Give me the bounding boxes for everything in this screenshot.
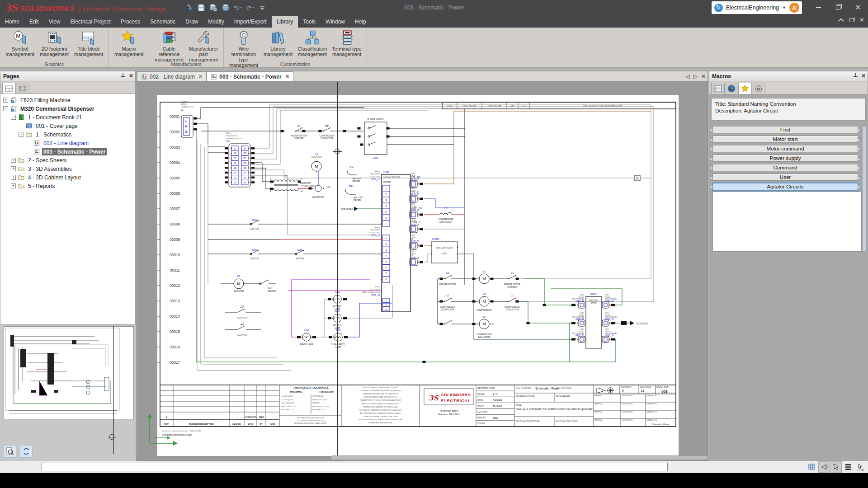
tree-item-001-cover-page[interactable]: 001 - Cover page: [0, 122, 135, 130]
tree-item-1-document-book-1[interactable]: -1 - Document Book #1: [0, 113, 135, 122]
2d-footprint-management-button[interactable]: 2D footprintmanagement: [37, 29, 71, 57]
menu-schematic[interactable]: Schematic: [145, 16, 180, 28]
expand-icon[interactable]: +: [3, 98, 8, 103]
redo-icon[interactable]: [245, 3, 255, 12]
macro-button-user[interactable]: User: [712, 174, 858, 181]
command-input[interactable]: [42, 463, 668, 471]
window-document-title: 003 - Schematic - Power: [404, 5, 463, 11]
preview-button[interactable]: [4, 445, 16, 458]
tab-scroll-right-icon[interactable]: ▷: [693, 73, 698, 80]
svg-text:SURFACE TREATMENT: SURFACE TREATMENT: [556, 420, 579, 422]
tree-item-4-2d-cabinet-layout[interactable]: +4 - 2D Cabinet Layout: [0, 173, 135, 182]
menu-draw[interactable]: Draw: [180, 16, 203, 28]
collapse-icon[interactable]: -: [3, 106, 8, 111]
pin-icon[interactable]: [121, 73, 126, 79]
projection-tool[interactable]: [818, 461, 830, 473]
tree-item-f623-filling-machine[interactable]: +F623 Filling Machine: [0, 96, 135, 104]
measure-line-tool[interactable]: [855, 461, 866, 473]
macros-scrollbar[interactable]: [862, 126, 867, 252]
macro-empty-list[interactable]: [712, 192, 862, 252]
macros-tab-motor[interactable]: M: [752, 83, 765, 94]
expand-icon[interactable]: +: [11, 183, 16, 188]
macro-button-command[interactable]: Command: [712, 164, 858, 171]
save-icon[interactable]: [197, 3, 206, 12]
tree-item-3-3d-assemblies[interactable]: +3 - 3D Assemblies: [0, 164, 135, 173]
svg-text:1: 1: [386, 187, 387, 190]
document-tab-002-line-diagram[interactable]: 002 - Line diagram✕: [137, 71, 207, 81]
avatar[interactable]: JE: [789, 3, 799, 13]
svg-text:TERMINAL BLOCK: TERMINAL BLOCK: [226, 137, 243, 140]
menubar: HomeEditViewElectrical ProjectProcessSch…: [0, 15, 868, 28]
svg-text:REVISION:: REVISION:: [621, 386, 632, 388]
snap-cursor-tool[interactable]: [830, 461, 842, 473]
menu-edit[interactable]: Edit: [24, 16, 44, 28]
macros-tab-properties[interactable]: [711, 83, 725, 94]
tree-item-1-schematics[interactable]: -1 - Schematics: [0, 130, 135, 139]
close-document-icon[interactable]: ✕: [701, 73, 706, 80]
save-all-icon[interactable]: [209, 3, 218, 12]
canvas-horizontal-scrollbar[interactable]: [330, 455, 708, 460]
tree-item-2-spec-sheets[interactable]: +2 - Spec Sheets: [0, 156, 135, 164]
macros-tab-favorites[interactable]: [738, 83, 752, 94]
library-management-button[interactable]: Librarymanagement: [261, 29, 295, 57]
close-tab-icon[interactable]: ✕: [285, 74, 289, 80]
grid-tool[interactable]: [806, 461, 817, 473]
symbol-management-button[interactable]: MSymbolmanagement: [3, 29, 37, 57]
no-expander: [26, 149, 31, 154]
title-block-management-button[interactable]: Title blockmanagement: [71, 29, 106, 57]
tree-item-002-line-diagram[interactable]: 002 - Line diagram: [0, 139, 135, 147]
drawing-canvas[interactable]: 0030100302003030030400305003060030700308…: [137, 81, 708, 461]
expand-icon[interactable]: +: [11, 166, 16, 171]
close-button[interactable]: ✕: [848, 0, 868, 15]
workspace-switcher[interactable]: ElectricalEngineering ▼ JE: [712, 1, 802, 14]
close-panel-icon[interactable]: ✕: [861, 73, 866, 79]
pin-icon[interactable]: [853, 73, 859, 79]
macro-button-motor-command[interactable]: Motor command: [712, 145, 858, 152]
restore-button[interactable]: [828, 0, 848, 15]
macro-button-power-supply[interactable]: Power supply: [712, 155, 858, 162]
menu-import-export[interactable]: Import/Export: [229, 16, 272, 28]
mdi-restore-icon[interactable]: [849, 18, 854, 22]
tree-item-m320-commercial-dispenser[interactable]: -M320 Commercial Dispenser: [0, 104, 135, 113]
refresh-button[interactable]: [20, 445, 33, 458]
minimize-button[interactable]: [808, 0, 828, 15]
menu-view[interactable]: View: [44, 16, 66, 28]
undo-icon[interactable]: [233, 3, 242, 12]
macro-button-motor-start[interactable]: Motor start: [712, 136, 858, 143]
customize-icon[interactable]: [258, 3, 267, 12]
menu-home[interactable]: Home: [0, 16, 24, 28]
macro-management-button[interactable]: Macromanagement: [112, 29, 146, 57]
menu-tools[interactable]: Tools: [298, 16, 321, 28]
tree-item-label: 1 - Schematics: [34, 131, 73, 138]
mdi-close-icon[interactable]: ✕: [859, 18, 864, 22]
pages-tab-book-view[interactable]: [2, 83, 16, 94]
layers-tool[interactable]: [843, 461, 854, 473]
tree-item-5-reports[interactable]: +5 - Reports: [0, 182, 135, 190]
menu-window[interactable]: Window: [321, 16, 350, 28]
sheet-thumbnail[interactable]: [4, 326, 134, 419]
macro-button-agitator-circuits[interactable]: Agitator Circuits: [712, 183, 858, 190]
macro-button-find[interactable]: Find: [712, 126, 858, 133]
menu-library[interactable]: Library: [272, 16, 298, 28]
collapse-icon[interactable]: -: [19, 132, 24, 137]
menu-process[interactable]: Process: [116, 16, 145, 28]
macros-tab-project-macros[interactable]: W: [725, 83, 738, 94]
classification-management-button[interactable]: Classificationmanagement: [295, 29, 330, 57]
terminal-type-management-button[interactable]: Terminal typemanagement: [330, 29, 364, 57]
document-tab-003-schematic-power[interactable]: 003 - Schematic - Power✕: [207, 71, 293, 81]
menu-help[interactable]: Help: [350, 16, 371, 28]
menu-modify[interactable]: Modify: [203, 16, 229, 28]
print-icon[interactable]: [221, 3, 230, 12]
expand-icon[interactable]: +: [11, 158, 16, 163]
pages-tab-frame-view[interactable]: [16, 83, 29, 94]
cable-reference-management-button[interactable]: Cable referencemanagement: [152, 29, 186, 62]
import-icon[interactable]: [184, 3, 193, 12]
close-panel-icon[interactable]: ✕: [129, 73, 133, 79]
close-tab-icon[interactable]: ✕: [198, 74, 203, 80]
manufacturer-part-management-button[interactable]: Manufacturerpart management: [186, 29, 221, 62]
expand-icon[interactable]: +: [11, 175, 16, 180]
tab-scroll-left-icon[interactable]: ◁: [685, 73, 689, 80]
menu-electrical-project[interactable]: Electrical Project: [66, 16, 116, 28]
collapse-icon[interactable]: -: [11, 115, 16, 120]
tree-item-003-schematic-power[interactable]: 003 - Schematic - Power: [0, 147, 135, 156]
